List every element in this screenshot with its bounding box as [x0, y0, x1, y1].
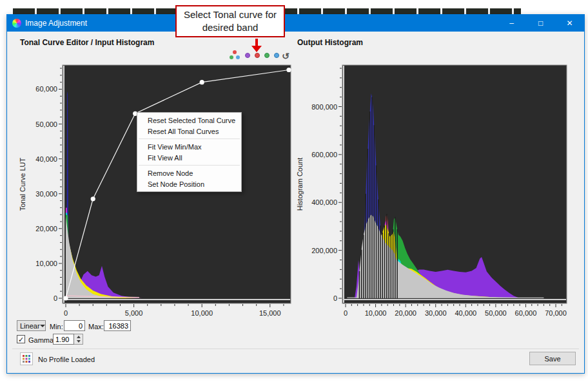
menu-separator: [139, 138, 240, 139]
image-adjustment-window: Image Adjustment – □ ✕ Tonal Curve Edito…: [6, 14, 585, 374]
curve-type-dropdown[interactable]: Linear: [17, 320, 46, 331]
gamma-label: Gamma:: [28, 336, 55, 344]
x-tick-label: 0: [344, 309, 348, 317]
context-menu: Reset Selected Tonal Curve Reset All Ton…: [137, 112, 242, 192]
y-tick-label: 30,000: [35, 190, 57, 198]
menu-item-fit-view-all[interactable]: Fit View All: [137, 152, 241, 163]
gamma-spinner: [74, 334, 83, 345]
y-tick-label: 600,000: [311, 151, 337, 158]
x-tick-label: 5,000: [125, 309, 143, 317]
y-tick-label: 0: [54, 294, 57, 302]
curve-node[interactable]: [286, 68, 291, 72]
x-tick-label: 50,000: [485, 309, 507, 317]
minimize-button[interactable]: –: [497, 15, 526, 32]
y-tick-label: 10,000: [35, 260, 57, 267]
min-input[interactable]: [64, 320, 85, 331]
spinner-up-button[interactable]: [74, 334, 83, 339]
menu-item-fit-view-min-max[interactable]: Fit View Min/Max: [137, 141, 241, 152]
statusbar-divider: [12, 349, 579, 349]
y-axis-title: Histogram Count: [296, 158, 304, 211]
x-tick-label: 15,000: [259, 309, 281, 317]
curve-type-value: Linear: [20, 322, 40, 330]
y-tick-label: 200,000: [311, 247, 337, 254]
callout-tooltip: Select Tonal curve for desired band: [175, 5, 285, 37]
y-tick-label: 50,000: [35, 120, 57, 128]
x-tick-label: 70,000: [545, 309, 567, 317]
menu-item-reset-all-tonal-curves[interactable]: Reset All Tonal Curves: [137, 126, 241, 137]
menu-item-reset-selected-tonal-curve[interactable]: Reset Selected Tonal Curve: [137, 115, 241, 126]
gamma-checkbox[interactable]: ✓: [17, 335, 25, 343]
y-tick-label: 0: [333, 294, 337, 302]
x-tick-label: 20,000: [395, 309, 416, 317]
callout-arrow-head: [251, 46, 262, 52]
spinner-down-button[interactable]: [74, 339, 83, 345]
curve-node[interactable]: [200, 80, 204, 84]
profile-grid-icon-button[interactable]: [20, 352, 33, 365]
x-tick-label: 40,000: [455, 309, 476, 317]
x-tick-label: 30,000: [425, 309, 447, 317]
y-tick-label: 40,000: [35, 155, 57, 163]
y-axis-title: Tonal Curve LUT: [19, 157, 26, 211]
menu-item-remove-node[interactable]: Remove Node: [137, 167, 241, 178]
curve-node[interactable]: [63, 296, 68, 300]
x-tick-label: 60,000: [515, 309, 537, 317]
y-tick-label: 60,000: [35, 85, 57, 93]
min-label: Min:: [50, 323, 63, 330]
menu-item-set-node-position[interactable]: Set Node Position: [137, 178, 241, 189]
chevron-down-icon: [40, 325, 45, 327]
maximize-button[interactable]: □: [526, 15, 555, 32]
save-button[interactable]: Save: [529, 352, 576, 365]
app-color-wheel-icon: [12, 19, 21, 28]
curve-node[interactable]: [91, 196, 95, 201]
y-tick-label: 20,000: [35, 225, 57, 233]
titlebar[interactable]: Image Adjustment – □ ✕: [7, 15, 584, 32]
menu-separator: [139, 165, 240, 166]
x-tick-label: 10,000: [191, 309, 213, 317]
output-histogram-chart[interactable]: 010,00020,00030,00040,00050,00060,00070,…: [294, 33, 583, 330]
x-tick-label: 0: [64, 309, 68, 317]
max-label: Max:: [88, 323, 104, 330]
max-input[interactable]: [104, 320, 131, 331]
y-tick-label: 400,000: [311, 198, 337, 206]
window-title: Image Adjustment: [25, 19, 87, 28]
x-tick-label: 10,000: [365, 309, 387, 317]
y-tick-label: 800,000: [311, 103, 337, 111]
gamma-input[interactable]: [53, 334, 74, 345]
profile-status-text: No Profile Loaded: [38, 356, 95, 363]
close-button[interactable]: ✕: [555, 15, 584, 32]
color-grid-icon: [23, 355, 30, 363]
